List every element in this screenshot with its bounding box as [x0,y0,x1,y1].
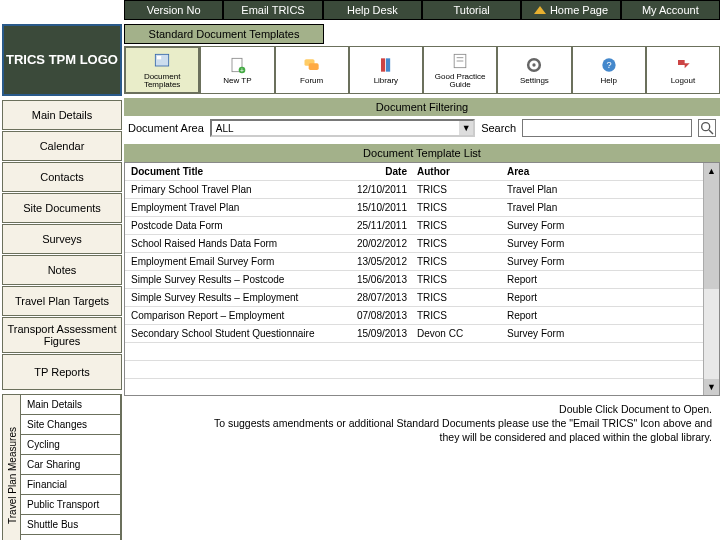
search-icon [699,118,715,138]
my-account-button[interactable]: My Account [621,0,720,20]
toolbar-label: Forum [300,77,323,85]
forum-icon [301,55,323,75]
help-icon: ? [598,55,620,75]
table-row[interactable]: Postcode Data Form25/11/2011TRICSSurvey … [125,217,703,235]
measures-label: Travel Plan Measures [3,395,21,540]
travel-plan-measures: Travel Plan Measures Main DetailsSite Ch… [2,394,122,540]
svg-rect-6 [308,63,318,70]
toolbar-forum[interactable]: Forum [275,46,349,94]
search-label: Search [481,122,516,134]
library-icon [375,55,397,75]
svg-text:+: + [240,67,244,74]
toolbar-label: New TP [223,77,251,85]
toolbar-new-tp[interactable]: +New TP [200,46,274,94]
svg-point-13 [533,63,536,66]
home-icon [534,6,546,14]
toolbar-good-practice[interactable]: Good Practice Guide [423,46,497,94]
scroll-up-icon[interactable]: ▲ [704,163,719,179]
nav-item[interactable]: Contacts [2,162,122,192]
measure-item[interactable]: Cycling [20,434,121,455]
measure-item[interactable]: Site Changes [20,414,121,435]
scroll-down-icon[interactable]: ▼ [704,379,719,395]
new-tp-icon: + [226,55,248,75]
table-row[interactable]: Secondary School Student Questionnaire15… [125,325,703,343]
help-desk-button[interactable]: Help Desk [323,0,422,20]
table-row-empty [125,379,703,395]
email-trics-button[interactable]: Email TRICS [223,0,322,20]
nav-item[interactable]: Calendar [2,131,122,161]
chevron-down-icon: ▼ [459,121,473,135]
nav-item[interactable]: TP Reports [2,354,122,390]
toolbar-label: Settings [520,77,549,85]
toolbar: Document Templates+New TPForumLibraryGoo… [124,46,720,94]
measure-item[interactable]: Public Transport [20,494,121,515]
document-table: Document TitleDateAuthorAreaPrimary Scho… [125,163,703,395]
top-bar: Version No Email TRICS Help Desk Tutoria… [0,0,720,20]
table-row[interactable]: Comparison Report – Employment07/08/2013… [125,307,703,325]
measure-item[interactable]: Financial [20,474,121,495]
svg-line-17 [709,130,713,134]
table-row[interactable]: Employment Email Survey Form13/05/2012TR… [125,253,703,271]
filter-header: Document Filtering [124,98,720,116]
list-header: Document Template List [124,144,720,162]
toolbar-logout[interactable]: Logout [646,46,720,94]
scroll-thumb[interactable] [704,179,719,289]
table-row[interactable]: Employment Travel Plan15/10/2011TRICSTra… [125,199,703,217]
table-row[interactable]: School Raised Hands Data Form20/02/2012T… [125,235,703,253]
logout-icon [672,55,694,75]
standard-templates-header: Standard Document Templates [124,24,324,44]
tutorial-button[interactable]: Tutorial [422,0,521,20]
version-button[interactable]: Version No [124,0,223,20]
toolbar-label: Logout [671,77,695,85]
area-select[interactable]: ALL ▼ [210,119,475,137]
measure-item[interactable]: Shuttle Bus [20,514,121,535]
toolbar-label: Document Templates [126,73,198,89]
search-input[interactable] [522,119,692,137]
measure-item[interactable]: Car Sharing [20,454,121,475]
table-row-empty [125,361,703,379]
measure-item[interactable]: Main Details [20,394,121,415]
document-templates-icon [151,51,173,71]
nav-item[interactable]: Site Documents [2,193,122,223]
table-row[interactable]: Primary School Travel Plan12/10/2011TRIC… [125,181,703,199]
logo: TRICS TPM LOGO [2,24,122,96]
toolbar-help[interactable]: ?Help [572,46,646,94]
table-header: Document TitleDateAuthorArea [125,163,703,181]
toolbar-label: Good Practice Guide [424,73,496,89]
scrollbar[interactable]: ▲ ▼ [703,163,719,395]
settings-icon [523,55,545,75]
area-label: Document Area [128,122,204,134]
svg-point-16 [702,123,710,131]
home-page-button[interactable]: Home Page [521,0,620,20]
measure-item[interactable]: Web-Site [20,534,121,540]
toolbar-library[interactable]: Library [349,46,423,94]
toolbar-settings[interactable]: Settings [497,46,571,94]
toolbar-document-templates[interactable]: Document Templates [124,46,200,94]
svg-rect-1 [157,56,161,59]
svg-rect-7 [381,58,385,71]
nav-item[interactable]: Surveys [2,224,122,254]
search-button[interactable] [698,119,716,137]
nav-item[interactable]: Transport Assessment Figures [2,317,122,353]
footnote: Double Click Document to Open. To sugges… [124,396,720,445]
side-nav: Main DetailsCalendarContactsSite Documen… [0,98,124,392]
nav-item[interactable]: Main Details [2,100,122,130]
nav-item[interactable]: Travel Plan Targets [2,286,122,316]
table-row[interactable]: Simple Survey Results – Employment28/07/… [125,289,703,307]
svg-rect-8 [386,58,390,71]
table-row-empty [125,343,703,361]
toolbar-label: Help [600,77,616,85]
good-practice-icon [449,51,471,71]
toolbar-label: Library [374,77,398,85]
table-row[interactable]: Simple Survey Results – Postcode15/06/20… [125,271,703,289]
nav-item[interactable]: Notes [2,255,122,285]
svg-text:?: ? [606,60,611,70]
